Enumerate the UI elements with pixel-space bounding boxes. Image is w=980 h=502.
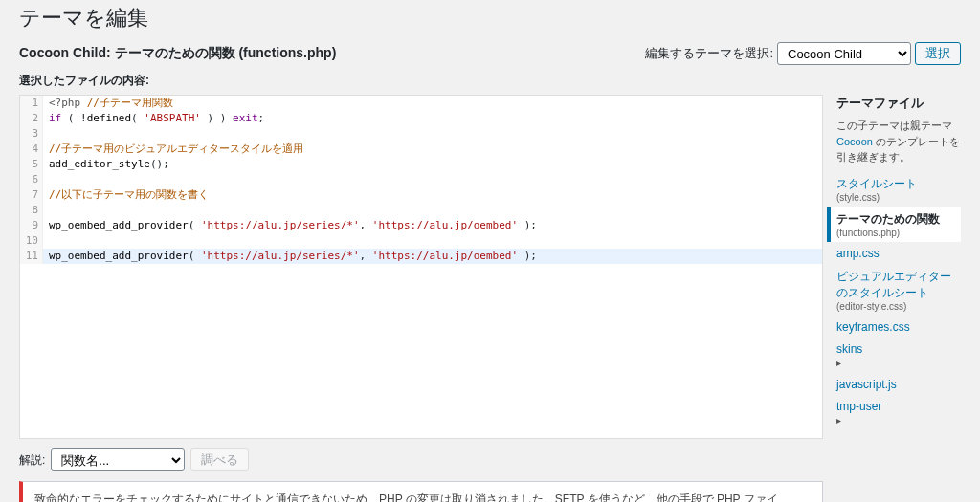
file-list: スタイルシート(style.css)テーマのための関数(functions.ph… <box>836 171 961 430</box>
line-number: 10 <box>20 233 43 249</box>
docs-row: 解説: 関数名... 調べる <box>19 448 823 471</box>
code-content[interactable]: if ( !defined( 'ABSPATH' ) ) exit; <box>43 111 822 126</box>
file-link[interactable]: tmp-user <box>836 400 961 413</box>
code-line[interactable]: 10 <box>20 233 822 249</box>
code-content[interactable]: wp_oembed_add_provider( 'https://alu.jp/… <box>43 218 822 233</box>
file-link[interactable]: skins <box>836 342 961 356</box>
code-line[interactable]: 3 <box>20 126 822 142</box>
file-link[interactable]: ビジュアルエディターのスタイルシート <box>836 269 961 301</box>
theme-name: Cocoon Child: <box>19 45 111 60</box>
code-content[interactable] <box>43 126 822 142</box>
sidebar-desc: この子テーマは親テーマ Cocoon のテンプレートを引き継ぎます。 <box>836 118 961 165</box>
code-content[interactable]: wp_oembed_add_provider( 'https://alu.jp/… <box>43 249 822 264</box>
file-link[interactable]: スタイルシート <box>836 176 961 192</box>
line-number: 3 <box>20 126 43 142</box>
file-link[interactable]: javascript.js <box>836 378 961 391</box>
code-line[interactable]: 6 <box>20 172 822 187</box>
code-editor[interactable]: 1<?php //子テーマ用関数2if ( !defined( 'ABSPATH… <box>19 95 823 439</box>
code-content[interactable]: //以下に子テーマ用の関数を書く <box>43 187 822 203</box>
code-content[interactable] <box>43 233 822 249</box>
parent-theme-link[interactable]: Cocoon <box>836 136 873 147</box>
file-list-item[interactable]: ビジュアルエディターのスタイルシート(editor-style.css) <box>836 264 961 316</box>
file-link[interactable]: keyframes.css <box>836 320 961 334</box>
line-number: 7 <box>20 187 43 203</box>
sidebar-title: テーマファイル <box>836 95 961 112</box>
theme-select-label: 編集するテーマを選択: <box>645 45 773 62</box>
file-list-item[interactable]: スタイルシート(style.css) <box>836 171 961 207</box>
code-content[interactable] <box>43 203 822 218</box>
code-content[interactable]: add_editor_style(); <box>43 157 822 172</box>
line-number: 9 <box>20 218 43 233</box>
code-content[interactable] <box>43 172 822 187</box>
file-link[interactable]: amp.css <box>836 247 961 260</box>
code-line[interactable]: 2if ( !defined( 'ABSPATH' ) ) exit; <box>20 111 822 126</box>
file-heading: Cocoon Child: テーマのための関数 (functions.php) <box>19 45 336 62</box>
line-number: 4 <box>20 142 43 157</box>
line-number: 8 <box>20 203 43 218</box>
code-line[interactable]: 9wp_oembed_add_provider( 'https://alu.jp… <box>20 218 822 233</box>
file-list-item[interactable]: javascript.js <box>836 373 961 395</box>
file-list-item[interactable]: amp.css <box>836 242 961 264</box>
file-list-item[interactable]: keyframes.css <box>836 316 961 338</box>
line-number: 2 <box>20 111 43 126</box>
code-line[interactable]: 11wp_oembed_add_provider( 'https://alu.j… <box>20 249 822 264</box>
file-title: テーマのための関数 (functions.php) <box>115 45 337 60</box>
line-number: 6 <box>20 172 43 187</box>
file-sub: (functions.php) <box>836 228 961 238</box>
file-sub: (editor-style.css) <box>836 301 961 312</box>
code-content[interactable]: <?php //子テーマ用関数 <box>43 96 822 111</box>
code-line[interactable]: 1<?php //子テーマ用関数 <box>20 96 822 111</box>
line-number: 1 <box>20 96 43 111</box>
file-list-item[interactable]: tmp-user <box>836 395 961 430</box>
file-list-item[interactable]: skins <box>836 338 961 373</box>
docs-lookup-button[interactable]: 調べる <box>190 448 249 471</box>
file-sub: (style.css) <box>836 192 961 203</box>
code-line[interactable]: 5add_editor_style(); <box>20 157 822 172</box>
theme-select-button[interactable]: 選択 <box>915 42 961 65</box>
theme-select[interactable]: Cocoon Child <box>777 42 911 65</box>
code-line[interactable]: 7//以下に子テーマ用の関数を書く <box>20 187 822 203</box>
error-notice-text: 致命的なエラーをチェックするためにサイトと通信できないため、PHP の変更は取り… <box>34 492 778 502</box>
file-link[interactable]: テーマのための関数 <box>836 211 961 228</box>
file-content-label: 選択したファイルの内容: <box>19 73 149 89</box>
theme-files-sidebar: テーマファイル この子テーマは親テーマ Cocoon のテンプレートを引き継ぎま… <box>836 95 961 502</box>
file-list-item[interactable]: テーマのための関数(functions.php) <box>827 207 961 242</box>
theme-select-row: 編集するテーマを選択: Cocoon Child 選択 <box>645 42 961 65</box>
error-notice: 致命的なエラーをチェックするためにサイトと通信できないため、PHP の変更は取り… <box>19 481 823 502</box>
code-line[interactable]: 4//子テーマ用のビジュアルエディタースタイルを適用 <box>20 142 822 157</box>
line-number: 5 <box>20 157 43 172</box>
docs-label: 解説: <box>19 452 45 469</box>
line-number: 11 <box>20 249 43 264</box>
page-title: テーマを編集 <box>19 4 961 33</box>
docs-select[interactable]: 関数名... <box>51 448 185 471</box>
code-content[interactable]: //子テーマ用のビジュアルエディタースタイルを適用 <box>43 142 822 157</box>
code-line[interactable]: 8 <box>20 203 822 218</box>
